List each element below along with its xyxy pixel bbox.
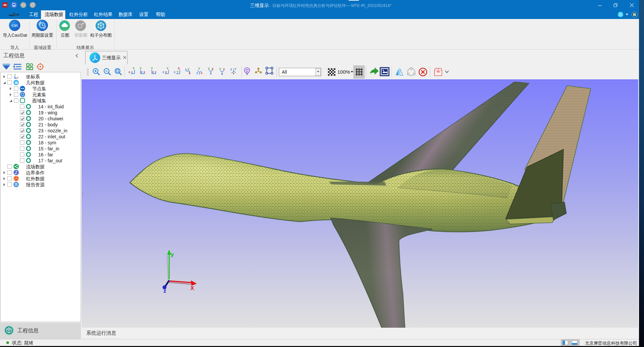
svg-text:z: z [196, 71, 198, 75]
svg-text:x: x [189, 71, 190, 75]
svg-text:z: z [141, 70, 143, 74]
svg-text:z: z [162, 70, 164, 74]
svg-text:100%: 100% [337, 69, 350, 75]
svg-text:z: z [174, 70, 175, 74]
svg-text:Y: Y [198, 67, 200, 70]
svg-text:x: x [212, 67, 213, 70]
svg-text:x: x [165, 70, 167, 74]
svg-text:x: x [223, 67, 225, 71]
svg-text:z: z [163, 288, 166, 294]
svg-text:z: z [210, 72, 212, 75]
svg-text:x: x [129, 70, 130, 74]
svg-text:Y: Y [151, 67, 153, 70]
svg-text:All: All [282, 69, 287, 75]
svg-text:z: z [230, 68, 232, 71]
svg-text:Y: Y [166, 67, 168, 70]
svg-text:X: X [178, 67, 180, 70]
svg-text:z: z [131, 70, 133, 74]
svg-text:Y: Y [208, 67, 210, 70]
svg-text:z: z [15, 76, 16, 79]
svg-text:Y: Y [133, 67, 135, 70]
svg-text:x: x [17, 76, 18, 79]
svg-text:x: x [233, 72, 234, 75]
svg-text:Y: Y [14, 74, 16, 76]
svg-text:Y: Y [176, 70, 178, 74]
svg-text:Y: Y [219, 67, 221, 71]
svg-text:Y: Y [140, 67, 142, 70]
svg-text:Y: Y [234, 67, 236, 71]
svg-text:Y: Y [187, 68, 189, 71]
svg-text:z: z [185, 68, 187, 71]
svg-text:x: x [144, 70, 145, 74]
svg-text:y: y [171, 252, 174, 257]
svg-text:z: z [155, 70, 157, 74]
svg-text:x: x [152, 70, 154, 74]
svg-text:x: x [201, 71, 202, 75]
svg-text:X: X [190, 285, 194, 291]
